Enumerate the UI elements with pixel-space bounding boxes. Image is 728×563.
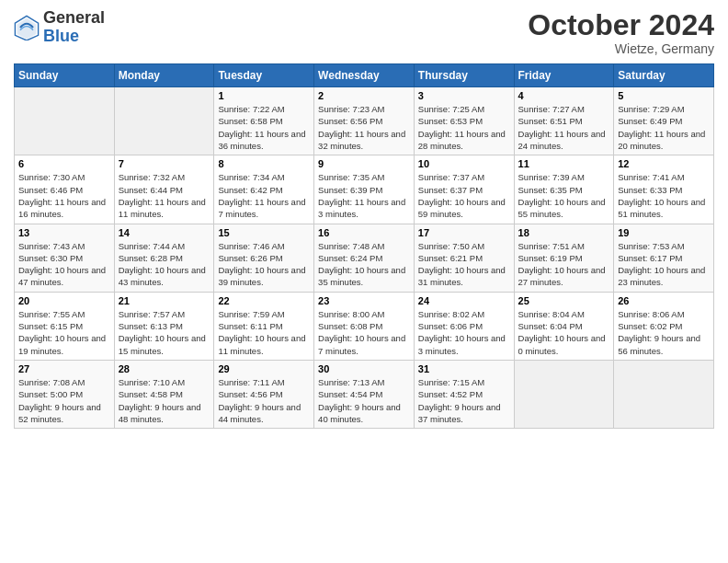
day-number: 23 — [318, 295, 410, 306]
calendar-cell: 4Sunrise: 7:27 AM Sunset: 6:51 PM Daylig… — [514, 87, 614, 155]
day-info: Sunrise: 7:25 AM Sunset: 6:53 PM Dayligh… — [418, 103, 510, 152]
month-title: October 2024 — [528, 9, 714, 41]
header-friday: Friday — [514, 64, 614, 87]
calendar-cell: 31Sunrise: 7:15 AM Sunset: 4:52 PM Dayli… — [414, 360, 514, 428]
day-number: 25 — [518, 295, 610, 306]
day-info: Sunrise: 8:02 AM Sunset: 6:06 PM Dayligh… — [418, 308, 510, 357]
calendar-week-2: 6Sunrise: 7:30 AM Sunset: 6:46 PM Daylig… — [15, 155, 714, 224]
day-info: Sunrise: 8:06 AM Sunset: 6:02 PM Dayligh… — [618, 308, 710, 357]
calendar-cell: 10Sunrise: 7:37 AM Sunset: 6:37 PM Dayli… — [414, 155, 514, 224]
day-info: Sunrise: 7:53 AM Sunset: 6:17 PM Dayligh… — [618, 240, 710, 289]
day-info: Sunrise: 7:13 AM Sunset: 4:54 PM Dayligh… — [318, 376, 410, 425]
day-number: 14 — [119, 227, 210, 238]
calendar-cell: 16Sunrise: 7:48 AM Sunset: 6:24 PM Dayli… — [314, 224, 415, 292]
day-info: Sunrise: 7:48 AM Sunset: 6:24 PM Dayligh… — [318, 240, 410, 289]
calendar-cell: 27Sunrise: 7:08 AM Sunset: 5:00 PM Dayli… — [15, 360, 115, 428]
day-number: 7 — [119, 158, 210, 169]
calendar-cell: 14Sunrise: 7:44 AM Sunset: 6:28 PM Dayli… — [114, 224, 214, 292]
day-number: 18 — [518, 227, 610, 238]
calendar-cell: 20Sunrise: 7:55 AM Sunset: 6:15 PM Dayli… — [15, 292, 115, 360]
calendar-cell: 21Sunrise: 7:57 AM Sunset: 6:13 PM Dayli… — [114, 292, 214, 360]
day-info: Sunrise: 7:50 AM Sunset: 6:21 PM Dayligh… — [418, 240, 510, 289]
calendar-cell: 25Sunrise: 8:04 AM Sunset: 6:04 PM Dayli… — [514, 292, 614, 360]
day-info: Sunrise: 7:55 AM Sunset: 6:15 PM Dayligh… — [18, 308, 110, 357]
day-number: 13 — [18, 227, 110, 238]
calendar-table: Sunday Monday Tuesday Wednesday Thursday… — [14, 63, 714, 429]
day-info: Sunrise: 7:39 AM Sunset: 6:35 PM Dayligh… — [518, 171, 610, 220]
day-info: Sunrise: 7:32 AM Sunset: 6:44 PM Dayligh… — [119, 171, 210, 220]
calendar-week-1: 1Sunrise: 7:22 AM Sunset: 6:58 PM Daylig… — [15, 87, 714, 155]
title-area: October 2024 Wietze, Germany — [528, 9, 714, 56]
logo: General Blue — [14, 9, 105, 46]
day-number: 22 — [218, 295, 310, 306]
day-info: Sunrise: 7:29 AM Sunset: 6:49 PM Dayligh… — [618, 103, 710, 152]
day-number: 10 — [418, 158, 510, 169]
day-number: 8 — [218, 158, 310, 169]
header-row: Sunday Monday Tuesday Wednesday Thursday… — [15, 64, 714, 87]
calendar-cell: 6Sunrise: 7:30 AM Sunset: 6:46 PM Daylig… — [15, 155, 115, 224]
calendar-cell: 3Sunrise: 7:25 AM Sunset: 6:53 PM Daylig… — [414, 87, 514, 155]
calendar-cell: 13Sunrise: 7:43 AM Sunset: 6:30 PM Dayli… — [15, 224, 115, 292]
calendar-cell: 1Sunrise: 7:22 AM Sunset: 6:58 PM Daylig… — [214, 87, 314, 155]
day-info: Sunrise: 7:46 AM Sunset: 6:26 PM Dayligh… — [218, 240, 310, 289]
day-number: 4 — [518, 90, 610, 101]
day-number: 30 — [318, 363, 410, 374]
calendar-week-3: 13Sunrise: 7:43 AM Sunset: 6:30 PM Dayli… — [15, 224, 714, 292]
calendar-cell: 9Sunrise: 7:35 AM Sunset: 6:39 PM Daylig… — [314, 155, 415, 224]
day-info: Sunrise: 7:41 AM Sunset: 6:33 PM Dayligh… — [618, 171, 710, 220]
day-number: 12 — [618, 158, 710, 169]
day-info: Sunrise: 7:10 AM Sunset: 4:58 PM Dayligh… — [119, 376, 210, 425]
day-info: Sunrise: 7:34 AM Sunset: 6:42 PM Dayligh… — [218, 171, 310, 220]
day-number: 1 — [218, 90, 310, 101]
day-number: 5 — [618, 90, 710, 101]
day-info: Sunrise: 8:00 AM Sunset: 6:08 PM Dayligh… — [318, 308, 410, 357]
day-number: 3 — [418, 90, 510, 101]
calendar-cell: 24Sunrise: 8:02 AM Sunset: 6:06 PM Dayli… — [414, 292, 514, 360]
logo-general-text: General — [43, 9, 105, 28]
day-info: Sunrise: 8:04 AM Sunset: 6:04 PM Dayligh… — [518, 308, 610, 357]
calendar-cell: 23Sunrise: 8:00 AM Sunset: 6:08 PM Dayli… — [314, 292, 415, 360]
calendar-cell: 17Sunrise: 7:50 AM Sunset: 6:21 PM Dayli… — [414, 224, 514, 292]
day-number: 21 — [119, 295, 210, 306]
calendar-body: 1Sunrise: 7:22 AM Sunset: 6:58 PM Daylig… — [15, 87, 714, 429]
calendar-cell: 22Sunrise: 7:59 AM Sunset: 6:11 PM Dayli… — [214, 292, 314, 360]
header: General Blue October 2024 Wietze, German… — [14, 9, 714, 56]
header-tuesday: Tuesday — [214, 64, 314, 87]
day-number: 6 — [18, 158, 110, 169]
day-info: Sunrise: 7:35 AM Sunset: 6:39 PM Dayligh… — [318, 171, 410, 220]
calendar-cell — [514, 360, 614, 428]
day-number: 27 — [18, 363, 110, 374]
day-number: 20 — [18, 295, 110, 306]
calendar-cell: 30Sunrise: 7:13 AM Sunset: 4:54 PM Dayli… — [314, 360, 415, 428]
calendar-cell: 11Sunrise: 7:39 AM Sunset: 6:35 PM Dayli… — [514, 155, 614, 224]
logo-text: General Blue — [43, 9, 105, 46]
location: Wietze, Germany — [528, 41, 714, 56]
calendar-week-5: 27Sunrise: 7:08 AM Sunset: 5:00 PM Dayli… — [15, 360, 714, 428]
logo-blue-text: Blue — [43, 28, 105, 46]
calendar-cell: 5Sunrise: 7:29 AM Sunset: 6:49 PM Daylig… — [614, 87, 714, 155]
day-number: 26 — [618, 295, 710, 306]
day-info: Sunrise: 7:11 AM Sunset: 4:56 PM Dayligh… — [218, 376, 310, 425]
day-number: 16 — [318, 227, 410, 238]
logo-icon — [14, 15, 40, 40]
day-info: Sunrise: 7:08 AM Sunset: 5:00 PM Dayligh… — [18, 376, 110, 425]
day-number: 28 — [119, 363, 210, 374]
day-info: Sunrise: 7:22 AM Sunset: 6:58 PM Dayligh… — [218, 103, 310, 152]
day-number: 15 — [218, 227, 310, 238]
day-info: Sunrise: 7:59 AM Sunset: 6:11 PM Dayligh… — [218, 308, 310, 357]
calendar-cell — [15, 87, 115, 155]
calendar-cell: 18Sunrise: 7:51 AM Sunset: 6:19 PM Dayli… — [514, 224, 614, 292]
calendar-cell: 28Sunrise: 7:10 AM Sunset: 4:58 PM Dayli… — [114, 360, 214, 428]
calendar-cell: 12Sunrise: 7:41 AM Sunset: 6:33 PM Dayli… — [614, 155, 714, 224]
calendar-cell: 15Sunrise: 7:46 AM Sunset: 6:26 PM Dayli… — [214, 224, 314, 292]
calendar-week-4: 20Sunrise: 7:55 AM Sunset: 6:15 PM Dayli… — [15, 292, 714, 360]
calendar-cell — [614, 360, 714, 428]
day-number: 9 — [318, 158, 410, 169]
calendar-cell: 7Sunrise: 7:32 AM Sunset: 6:44 PM Daylig… — [114, 155, 214, 224]
calendar-cell: 8Sunrise: 7:34 AM Sunset: 6:42 PM Daylig… — [214, 155, 314, 224]
calendar-cell: 19Sunrise: 7:53 AM Sunset: 6:17 PM Dayli… — [614, 224, 714, 292]
day-info: Sunrise: 7:23 AM Sunset: 6:56 PM Dayligh… — [318, 103, 410, 152]
day-number: 17 — [418, 227, 510, 238]
day-info: Sunrise: 7:44 AM Sunset: 6:28 PM Dayligh… — [119, 240, 210, 289]
day-number: 2 — [318, 90, 410, 101]
